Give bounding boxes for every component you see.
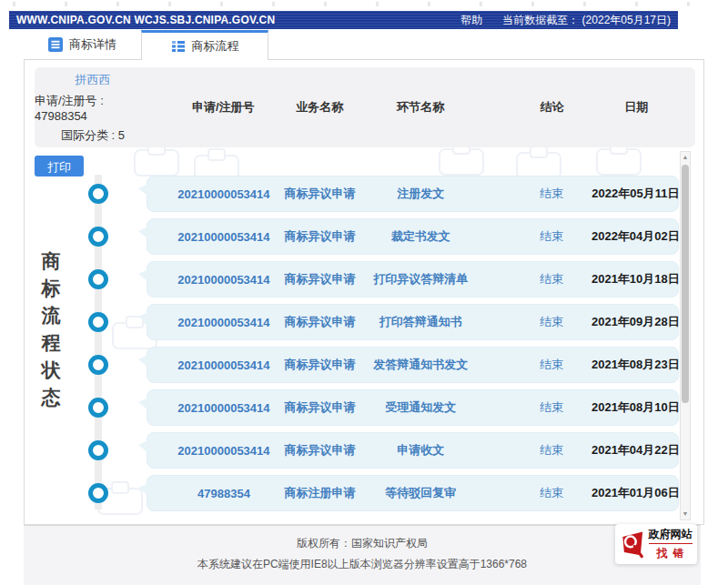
scroll-up-arrow-icon[interactable]: ▲	[681, 152, 690, 163]
cell-app-no: 47988354	[197, 487, 250, 500]
content-container: 拼西西 申请/注册号 : 47988354 国际分类 : 5 申请/注册号 业务…	[24, 60, 704, 525]
tab-bar: 商标详情 商标流程	[24, 30, 704, 60]
table-row[interactable]: 20210000053414 商标异议申请 发答辩通知书发文 结束 2021年0…	[147, 347, 679, 383]
badge-bottom-text: 找错	[652, 546, 690, 561]
cell-result: 结束	[540, 485, 563, 501]
cell-result: 结束	[540, 399, 563, 416]
cell-date: 2021年08月10日	[592, 399, 680, 416]
data-cutoff-label: 当前数据截至： (2022年05月17日)	[502, 13, 671, 28]
column-header-date: 日期	[624, 99, 648, 116]
watermark-shape	[596, 148, 642, 176]
vertical-label-char: 流	[40, 303, 62, 328]
timeline-node-icon	[88, 227, 108, 247]
gov-error-report-badge[interactable]: 政府网站 找错	[615, 524, 697, 564]
list-icon	[171, 39, 186, 54]
watermark-shape	[134, 149, 179, 177]
table-row[interactable]: 20210000053414 商标异议申请 打印异议答辩清单 结束 2021年1…	[147, 261, 679, 298]
cell-date: 2021年09月28日	[592, 314, 680, 330]
trademark-info-panel: 拼西西 申请/注册号 : 47988354 国际分类 : 5	[35, 67, 151, 147]
timeline-node-icon	[88, 269, 108, 289]
cell-step: 申请收文	[397, 442, 444, 459]
cell-result: 结束	[540, 186, 563, 202]
header-band: 拼西西 申请/注册号 : 47988354 国际分类 : 5 申请/注册号 业务…	[35, 67, 695, 147]
watermark-shape	[439, 148, 484, 176]
timeline-node-icon	[88, 312, 108, 332]
tab-bar-filler	[268, 30, 704, 60]
vertical-label-char: 程	[40, 330, 62, 356]
column-header-business: 业务名称	[296, 99, 343, 116]
browser-edge-strip	[0, 0, 728, 11]
table-header-row: 申请/注册号 业务名称 环节名称 结论 日期	[147, 67, 679, 147]
cell-business: 商标异议申请	[284, 314, 355, 330]
timeline-node-icon	[88, 440, 108, 460]
table-row[interactable]: 20210000053414 商标异议申请 受理通知发文 结束 2021年08月…	[147, 389, 679, 426]
column-header-result: 结论	[541, 99, 564, 116]
table-scrollbar[interactable]: ▲ ▼	[680, 151, 691, 520]
tab-trademark-process[interactable]: 商标流程	[141, 30, 268, 60]
cell-step: 打印异议答辩清单	[373, 271, 468, 287]
document-icon	[48, 37, 63, 52]
copyright-line: 版权所有：国家知识产权局	[24, 536, 701, 551]
table-row[interactable]: 20210000053414 商标异议申请 裁定书发文 结束 2022年04月0…	[147, 218, 679, 255]
page-footer: 版权所有：国家知识产权局 本系统建议在PC端使用IE8以上版本浏览器分辨率设置高…	[24, 525, 701, 585]
cell-result: 结束	[540, 442, 563, 459]
cell-date: 2021年01月06日	[592, 485, 680, 501]
cell-date: 2021年08月23日	[592, 357, 680, 373]
cell-step: 发答辩通知书发文	[373, 357, 468, 373]
table-row[interactable]: 20210000053414 商标异议申请 注册发文 结束 2022年05月11…	[147, 176, 679, 212]
cell-app-no: 20210000053414	[177, 316, 269, 329]
cell-date: 2022年04月02日	[592, 228, 680, 245]
cell-result: 结束	[540, 228, 563, 245]
column-header-app-no: 申请/注册号	[192, 99, 255, 116]
vertical-label-char: 态	[40, 385, 62, 410]
tab-label: 商标详情	[69, 36, 116, 53]
tab-trademark-details[interactable]: 商标详情	[24, 30, 141, 60]
site-header-bar: WWW.CNIPA.GOV.CN WCJS.SBJ.CNIPA.GOV.CN 帮…	[9, 11, 678, 29]
timeline-node-icon	[88, 184, 108, 204]
scroll-down-arrow-icon[interactable]: ▼	[681, 509, 690, 519]
help-link[interactable]: 帮助	[460, 13, 482, 28]
cell-business: 商标异议申请	[284, 186, 355, 202]
cell-result: 结束	[540, 314, 563, 330]
table-row[interactable]: 20210000053414 商标异议申请 申请收文 结束 2021年04月22…	[147, 432, 679, 469]
print-button[interactable]: 打印	[35, 156, 84, 177]
scrollbar-thumb[interactable]	[682, 165, 689, 403]
process-rows-list: 20210000053414 商标异议申请 注册发文 结束 2022年05月11…	[147, 176, 679, 518]
cell-step: 等待驳回复审	[385, 485, 456, 501]
cell-app-no: 20210000053414	[177, 401, 269, 415]
cell-date: 2021年10月18日	[592, 271, 680, 287]
cell-business: 商标异议申请	[284, 399, 355, 416]
cell-step: 裁定书发文	[391, 228, 450, 245]
timeline-node-icon	[88, 398, 108, 418]
cell-app-no: 20210000053414	[177, 444, 269, 458]
table-row[interactable]: 20210000053414 商标异议申请 打印答辩通知书 结束 2021年09…	[147, 304, 679, 340]
cell-date: 2021年04月22日	[592, 442, 680, 459]
cell-result: 结束	[540, 357, 563, 373]
site-domains: WWW.CNIPA.GOV.CN WCJS.SBJ.CNIPA.GOV.CN	[16, 14, 275, 26]
clipped-content-dashes	[13, 2, 715, 6]
cell-step: 打印答辩通知书	[379, 314, 462, 330]
cell-app-no: 20210000053414	[177, 358, 269, 372]
column-header-step: 环节名称	[397, 99, 444, 116]
cell-business: 商标注册申请	[284, 485, 355, 501]
badge-top-text: 政府网站	[649, 527, 693, 544]
cell-business: 商标异议申请	[284, 271, 355, 287]
tab-label: 商标流程	[192, 38, 239, 55]
magnifier-flag-icon	[621, 530, 646, 560]
timeline-node-icon	[88, 483, 108, 503]
cell-step: 注册发文	[397, 186, 444, 202]
vertical-label-char: 标	[40, 276, 62, 301]
vertical-label-char: 商	[40, 248, 62, 274]
table-row[interactable]: 47988354 商标注册申请 等待驳回复审 结束 2021年01月06日	[147, 475, 679, 511]
cell-app-no: 20210000053414	[177, 187, 269, 201]
cell-result: 结束	[540, 271, 563, 287]
cell-date: 2022年05月11日	[592, 186, 679, 202]
cell-business: 商标异议申请	[284, 228, 355, 245]
browser-recommendation-line: 本系统建议在PC端使用IE8以上版本浏览器分辨率设置高于1366*768	[24, 557, 701, 572]
intl-class-label: 国际分类 : 5	[61, 127, 125, 144]
timeline-node-icon	[88, 355, 108, 375]
vertical-label-char: 状	[40, 358, 62, 383]
cell-app-no: 20210000053414	[177, 230, 269, 244]
cell-business: 商标异议申请	[284, 357, 355, 373]
cell-app-no: 20210000053414	[177, 273, 269, 287]
